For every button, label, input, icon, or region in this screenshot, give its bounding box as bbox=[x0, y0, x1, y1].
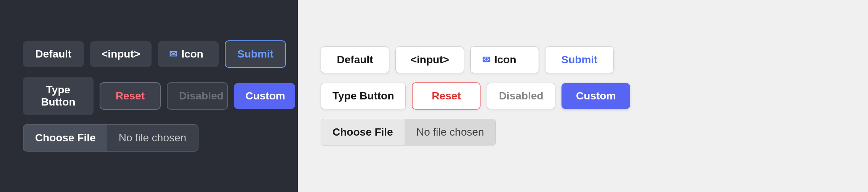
dark-submit-button[interactable]: Submit bbox=[225, 40, 286, 68]
light-submit-button[interactable]: Submit bbox=[545, 46, 614, 73]
dark-file-input[interactable]: Choose File No file chosen bbox=[23, 124, 198, 152]
light-panel: Default <input> ✉ Icon Submit Type Butto… bbox=[298, 0, 868, 192]
light-choose-file-button[interactable]: Choose File bbox=[321, 119, 405, 145]
dark-typebutton-button[interactable]: Type Button bbox=[23, 77, 94, 115]
light-custom-button[interactable]: Custom bbox=[561, 83, 630, 109]
dark-reset-button[interactable]: Reset bbox=[100, 82, 161, 110]
dark-panel: Default <input> ✉ Icon Submit Type Butto… bbox=[0, 0, 298, 192]
envelope-icon-light: ✉ bbox=[482, 54, 490, 66]
light-typebutton-button[interactable]: Type Button bbox=[321, 83, 406, 109]
dark-default-button[interactable]: Default bbox=[23, 41, 84, 67]
light-icon-button[interactable]: ✉ Icon bbox=[470, 46, 539, 73]
light-row-1: Default <input> ✉ Icon Submit bbox=[321, 46, 614, 73]
dark-input-button[interactable]: <input> bbox=[90, 41, 152, 67]
dark-disabled-button[interactable]: Disabled bbox=[167, 82, 228, 110]
dark-custom-button[interactable]: Custom bbox=[234, 83, 295, 109]
dark-no-file-label: No file chosen bbox=[107, 125, 198, 151]
dark-choose-file-button[interactable]: Choose File bbox=[24, 125, 107, 151]
light-input-button[interactable]: <input> bbox=[395, 46, 464, 73]
dark-icon-button[interactable]: ✉ Icon bbox=[158, 41, 219, 67]
light-default-button[interactable]: Default bbox=[321, 46, 389, 73]
light-file-input[interactable]: Choose File No file chosen bbox=[321, 119, 496, 146]
envelope-icon: ✉ bbox=[169, 48, 177, 60]
light-row-2: Type Button Reset Disabled Custom bbox=[321, 82, 630, 110]
dark-row-2: Type Button Reset Disabled Custom bbox=[23, 77, 295, 115]
light-disabled-button[interactable]: Disabled bbox=[487, 83, 555, 109]
icon-button-label: Icon bbox=[181, 48, 203, 60]
dark-row-1: Default <input> ✉ Icon Submit bbox=[23, 40, 286, 68]
light-reset-button[interactable]: Reset bbox=[412, 82, 481, 110]
light-no-file-label: No file chosen bbox=[405, 119, 495, 145]
light-icon-button-label: Icon bbox=[494, 54, 516, 66]
